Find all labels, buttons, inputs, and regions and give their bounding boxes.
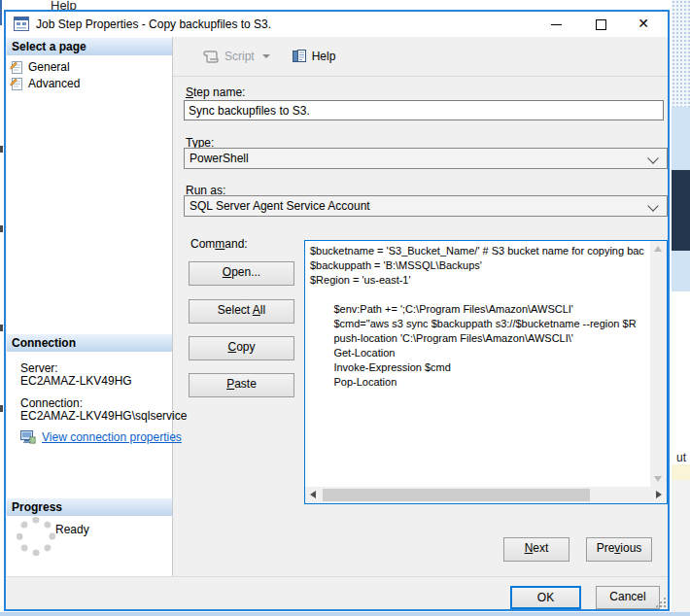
background-highlight-row: [672, 464, 690, 480]
background-clipped-text: ut: [676, 451, 686, 464]
scroll-down-icon[interactable]: [654, 476, 662, 482]
scroll-icon: [202, 49, 220, 64]
computer-icon: [20, 430, 36, 447]
view-connection-properties[interactable]: View connection properties: [20, 430, 36, 446]
chevron-down-icon: [262, 54, 270, 58]
script-button[interactable]: Script: [196, 45, 276, 68]
background-gray-area: [672, 480, 690, 612]
view-connection-properties-link[interactable]: View connection properties: [42, 430, 182, 444]
minimize-icon: [551, 24, 562, 25]
open-button[interactable]: Open...: [189, 261, 294, 286]
step-name-input[interactable]: [184, 100, 664, 120]
book-page-icon: [292, 49, 307, 64]
job-step-properties-dialog: Job Step Properties - Copy backupfiles t…: [4, 10, 670, 611]
server-label: Server:: [20, 361, 58, 375]
form-window-icon: [14, 17, 29, 31]
background-left-mark: [0, 325, 3, 331]
property-page-icon: [10, 77, 23, 95]
maximize-icon: [596, 19, 606, 30]
type-selected-value: PowerShell: [190, 152, 249, 165]
paste-button[interactable]: Paste: [189, 373, 294, 397]
connection-value: EC2AMAZ-LKV49HG\sqlservice: [20, 409, 187, 423]
sidebar: Select a page General: [7, 37, 173, 576]
vertical-scrollbar[interactable]: [650, 241, 667, 487]
sidebar-item-general[interactable]: General: [10, 59, 70, 76]
progress-status: Ready: [55, 523, 89, 536]
step-name-label: Step name:: [186, 86, 245, 99]
cancel-button[interactable]: Cancel: [596, 586, 660, 609]
scroll-up-icon[interactable]: [654, 246, 662, 252]
scroll-right-icon[interactable]: [656, 491, 662, 498]
horizontal-scrollbar[interactable]: [305, 487, 667, 503]
sidebar-item-advanced[interactable]: Advanced: [10, 76, 80, 92]
command-label: Command:: [190, 237, 248, 251]
chevron-down-icon: [647, 200, 658, 211]
connection-label: Connection:: [20, 396, 83, 410]
background-blue-band: [672, 107, 690, 170]
window-title: Job Step Properties - Copy backupfiles t…: [36, 12, 271, 37]
background-bottom-strip: [0, 612, 690, 616]
copy-button[interactable]: Copy: [189, 336, 294, 360]
background-left-mark: [0, 405, 3, 412]
dialog-footer: OK Cancel: [6, 576, 668, 609]
sidebar-item-label: General: [28, 60, 70, 74]
previous-button[interactable]: Previous: [586, 537, 652, 562]
background-left-edge: [0, 0, 2, 25]
maximize-button[interactable]: [586, 12, 615, 37]
scroll-left-icon[interactable]: [310, 491, 316, 498]
next-button[interactable]: Next: [503, 537, 569, 562]
command-textarea[interactable]: $bucketname = 'S3_Bucket_Name/' # S3 buc…: [304, 240, 668, 504]
help-button[interactable]: Help: [286, 45, 342, 68]
title-bar[interactable]: Job Step Properties - Copy backupfiles t…: [6, 12, 668, 37]
script-label: Script: [224, 50, 255, 63]
background-dotted-area: [672, 0, 690, 107]
dialog-toolbar: Script Help: [173, 37, 668, 77]
type-select[interactable]: PowerShell: [184, 148, 668, 169]
help-label: Help: [312, 50, 336, 63]
connection-header: Connection: [7, 334, 172, 352]
select-a-page-header: Select a page: [7, 38, 172, 55]
background-left-mark: [0, 225, 3, 232]
close-button[interactable]: ✕: [629, 12, 658, 37]
background-navy-band: [672, 170, 690, 251]
horizontal-scrollbar-thumb[interactable]: [323, 489, 590, 501]
run-as-selected-value: SQL Server Agent Service Account: [190, 199, 370, 213]
progress-header: Progress: [7, 498, 172, 516]
background-white-area: [672, 291, 690, 464]
ok-button[interactable]: OK: [510, 586, 581, 609]
background-blue-band: [672, 251, 690, 291]
spinner-ring-icon: [17, 517, 55, 556]
minimize-button[interactable]: [541, 12, 570, 37]
chevron-down-icon: [647, 153, 658, 163]
background-left-mark: [0, 146, 3, 153]
server-value: EC2AMAZ-LKV49HG: [20, 374, 132, 388]
command-text[interactable]: $bucketname = 'S3_Bucket_Name/' # S3 buc…: [305, 241, 650, 487]
sidebar-item-label: Advanced: [28, 77, 80, 90]
run-as-select[interactable]: SQL Server Agent Service Account: [184, 195, 668, 217]
select-all-button[interactable]: Select All: [189, 299, 294, 324]
